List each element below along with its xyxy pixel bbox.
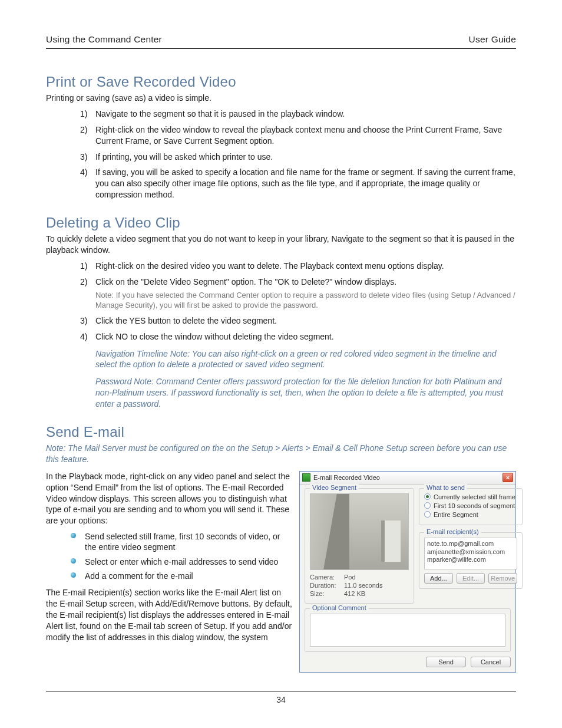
- s2-step2: Click on the "Delete Video Segment" opti…: [95, 277, 396, 286]
- s1-step2: Right-click on the video window to revea…: [95, 125, 502, 146]
- edit-button[interactable]: Edit...: [457, 573, 485, 584]
- section3-bullets: Send selected still frame, first 10 seco…: [71, 531, 292, 581]
- page-header: Using the Command Center User Guide: [46, 34, 516, 49]
- s2-step3: Click the YES button to delete the video…: [95, 316, 277, 325]
- radio-icon: [424, 511, 431, 518]
- duration-value: 11.0 seconds: [344, 582, 382, 589]
- radio-first-10s[interactable]: First 10 seconds of segment: [424, 502, 517, 509]
- duration-label: Duration:: [310, 582, 344, 589]
- section2-intro: To quickly delete a video segment that y…: [46, 233, 516, 256]
- camera-label: Camera:: [310, 574, 344, 581]
- header-left: Using the Command Center: [46, 34, 162, 45]
- section3-para2: The E-mail Recipient(s) section works li…: [46, 587, 292, 643]
- cancel-button[interactable]: Cancel: [471, 657, 511, 667]
- s2-pwd-note: Password Note: Command Center offers pas…: [95, 376, 516, 410]
- bullet2: Select or enter which e-mail addresses t…: [85, 557, 278, 566]
- s1-step3: If printing, you will be asked which pri…: [95, 152, 273, 162]
- section1-intro: Printing or saving (save as) a video is …: [46, 93, 516, 104]
- dialog-titlebar: E-mail Recorded Video ×: [300, 472, 515, 485]
- bullet-icon: [71, 533, 76, 538]
- send-button[interactable]: Send: [426, 657, 466, 667]
- section2-title: Deleting a Video Clip: [46, 215, 516, 231]
- bullet-icon: [71, 572, 76, 578]
- section1-steps: 1)Navigate to the segment so that it is …: [80, 108, 516, 200]
- video-thumbnail: [310, 493, 409, 570]
- radio-still-frame[interactable]: Currently selected still frame: [424, 493, 517, 500]
- group-what-legend: What to send: [424, 484, 467, 491]
- recipients-list[interactable]: note.to.mp@gmail.com amjeanette@xmission…: [424, 538, 517, 569]
- recipient-3: mparker@wilife.com: [427, 556, 514, 564]
- group-recipients-legend: E-mail recipient(s): [424, 528, 481, 535]
- bullet3: Add a comment for the e-mail: [85, 571, 193, 581]
- remove-button[interactable]: Remove: [488, 573, 517, 584]
- bullet1: Send selected still frame, first 10 seco…: [85, 532, 280, 552]
- dialog-title: E-mail Recorded Video: [313, 474, 503, 481]
- page-number: 34: [0, 695, 562, 704]
- recipient-1: note.to.mp@gmail.com: [427, 540, 514, 548]
- close-icon[interactable]: ×: [503, 473, 513, 482]
- section2-steps: 1)Right-click on the desired video you w…: [80, 261, 516, 410]
- s1-step1: Navigate to the segment so that it is pa…: [95, 109, 345, 118]
- section1-title: Print or Save Recorded Video: [46, 74, 516, 90]
- section3-title: Send E-mail: [46, 424, 516, 440]
- radio-icon: [424, 493, 431, 500]
- group-comment-legend: Optional Comment: [310, 604, 369, 611]
- camera-value: Pod: [344, 574, 356, 581]
- group-video-legend: Video Segment: [310, 484, 359, 491]
- section3-para1: In the Playback mode, right-click on any…: [46, 471, 292, 526]
- comment-input[interactable]: [310, 614, 505, 647]
- add-button[interactable]: Add...: [424, 573, 453, 584]
- s2-note-step2: Note: If you have selected the Command C…: [95, 290, 516, 311]
- header-right: User Guide: [469, 34, 516, 45]
- footer-rule: [46, 691, 516, 691]
- s2-nav-note: Navigation Timeline Note: You can also r…: [95, 348, 516, 371]
- app-icon: [302, 473, 310, 482]
- size-value: 412 KB: [344, 590, 365, 597]
- email-dialog: E-mail Recorded Video × Video Segment Ca…: [299, 471, 516, 673]
- recipient-2: amjeanette@xmission.com: [427, 548, 514, 556]
- s1-step4: If saving, you will be asked to specify …: [95, 167, 515, 199]
- video-meta: Camera:Pod Duration:11.0 seconds Size:41…: [310, 574, 409, 597]
- s2-step4: Click NO to close the window without del…: [95, 332, 334, 341]
- radio-entire-segment[interactable]: Entire Segment: [424, 511, 517, 518]
- size-label: Size:: [310, 590, 344, 597]
- radio-icon: [424, 502, 431, 509]
- bullet-icon: [71, 558, 76, 564]
- s2-step1: Right-click on the desired video you wan…: [95, 261, 444, 271]
- section3-config-note: Note: The Mail Server must be configured…: [46, 443, 516, 465]
